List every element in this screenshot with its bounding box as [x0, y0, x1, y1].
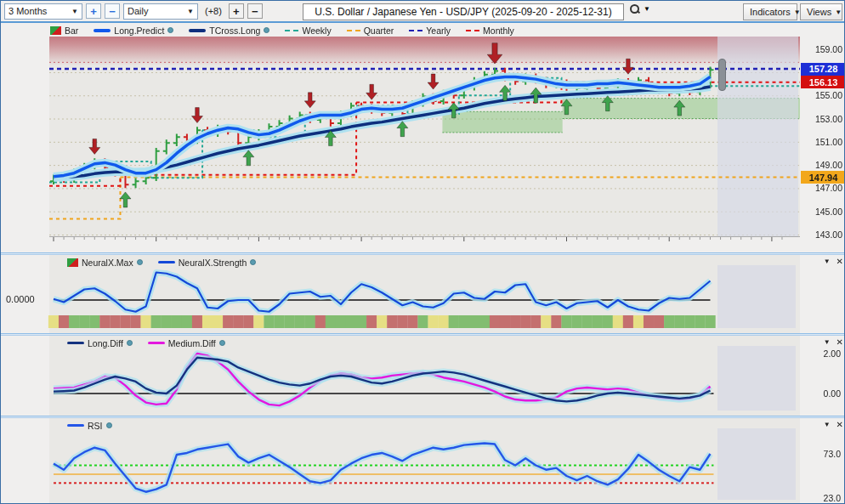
dashed-line-icon: [285, 30, 298, 31]
interval-select[interactable]: Daily ▼: [123, 3, 198, 20]
price-axis-label: 159.00: [803, 44, 842, 54]
symbol-title-text: U.S. Dollar / Japanese Yen - USD/JPY (20…: [315, 6, 611, 18]
line-series-icon: [189, 29, 206, 32]
legend-item-tcross-long[interactable]: TCross.Long: [189, 25, 269, 36]
price-axis-label: 145.00: [803, 207, 842, 217]
chevron-down-icon: ▼: [835, 8, 842, 16]
neuralx-panel: NeuralX.Max NeuralX.Strength 0.0000 ▼ ✕: [1, 255, 845, 333]
panel-controls: ▼ ✕: [824, 258, 843, 266]
collapse-panel-icon[interactable]: ▼: [824, 339, 831, 346]
quarter-price-badge: 147.94: [801, 171, 845, 184]
diff-axis-label: 2.00: [807, 348, 841, 359]
dashed-line-icon: [347, 30, 360, 31]
legend-item-neuralx-strength[interactable]: NeuralX.Strength: [158, 258, 257, 268]
rsi-axis-label: 23.0: [807, 493, 841, 503]
add-bars-button[interactable]: +: [229, 3, 244, 19]
interval-select-value: Daily: [128, 6, 148, 16]
main-price-chart-panel: Bar Long.Predict TCross.Long Weekly Quar…: [1, 23, 845, 252]
main-chart-legend: Bar Long.Predict TCross.Long Weekly Quar…: [50, 24, 514, 37]
legend-item-medium-diff[interactable]: Medium.Diff: [148, 338, 225, 348]
chevron-down-icon: ▼: [187, 8, 194, 15]
info-icon[interactable]: [106, 422, 112, 428]
rsi-legend: RSI: [67, 419, 112, 432]
line-series-icon: [94, 29, 111, 32]
dashed-line-icon: [409, 30, 422, 31]
neuralx-zero-label: 0.0000: [6, 294, 35, 304]
dashed-line-icon: [466, 30, 479, 31]
range-select[interactable]: 3 Months ▼: [4, 3, 82, 20]
price-chart-canvas[interactable]: [1, 23, 845, 252]
rsi-panel: RSI 73.023.0 ▼ ✕: [1, 418, 845, 504]
collapse-panel-icon[interactable]: ▼: [824, 258, 831, 265]
price-axis-label: 151.00: [803, 137, 842, 147]
chevron-down-icon[interactable]: ▼: [644, 5, 650, 13]
bar-series-icon: [50, 26, 61, 35]
diff-panel: Long.Diff Medium.Diff 2.000.00 ▼ ✕: [1, 336, 845, 416]
info-icon[interactable]: [167, 27, 173, 33]
legend-item-quarter[interactable]: Quarter: [347, 25, 394, 36]
views-button[interactable]: Views▼: [800, 3, 842, 20]
info-icon[interactable]: [127, 340, 133, 346]
close-panel-icon[interactable]: ✕: [836, 258, 843, 266]
legend-item-monthly[interactable]: Monthly: [466, 25, 514, 36]
chart-scroll-handle[interactable]: [718, 59, 726, 91]
symbol-search[interactable]: ▼: [630, 4, 650, 14]
zoom-out-button[interactable]: −: [105, 3, 120, 19]
info-icon[interactable]: [137, 259, 143, 265]
diff-legend: Long.Diff Medium.Diff: [67, 337, 225, 349]
indicators-button[interactable]: Indicators▼: [743, 3, 797, 20]
legend-item-long-predict[interactable]: Long.Predict: [94, 25, 173, 36]
line-series-icon: [67, 342, 84, 344]
legend-item-neuralx-max[interactable]: NeuralX.Max: [67, 258, 143, 268]
rsi-canvas[interactable]: [1, 418, 845, 504]
neuralx-legend: NeuralX.Max NeuralX.Strength: [67, 256, 256, 269]
info-icon[interactable]: [219, 340, 225, 346]
info-icon[interactable]: [264, 27, 269, 33]
rsi-axis-label: 73.0: [807, 449, 841, 459]
price-axis-label: 155.00: [803, 90, 842, 100]
legend-item-bar[interactable]: Bar: [50, 25, 78, 36]
symbol-title-input[interactable]: U.S. Dollar / Japanese Yen - USD/JPY (20…: [303, 3, 624, 20]
zoom-in-button[interactable]: +: [86, 3, 101, 19]
chevron-down-icon: ▼: [71, 8, 78, 15]
info-icon[interactable]: [250, 259, 256, 265]
collapse-panel-icon[interactable]: ▼: [824, 422, 831, 428]
price-axis-label: 153.00: [803, 114, 842, 124]
price-axis-label: 143.00: [803, 229, 842, 240]
legend-item-rsi[interactable]: RSI: [67, 421, 112, 431]
yearly-price-badge: 157.28: [801, 63, 845, 76]
price-axis-label: 147.00: [803, 183, 842, 193]
line-series-icon: [148, 342, 165, 344]
toolbar: 3 Months ▼ + − Daily ▼ (+8) + − U.S. Dol…: [1, 1, 845, 23]
bars-offset-label: (+8): [205, 6, 222, 16]
price-axis-label: 149.00: [803, 160, 842, 170]
legend-item-long-diff[interactable]: Long.Diff: [67, 338, 133, 348]
close-panel-icon[interactable]: ✕: [836, 338, 843, 347]
panel-controls: ▼ ✕: [824, 421, 843, 429]
monthly-price-badge: 156.13: [801, 76, 845, 88]
search-icon[interactable]: [630, 4, 639, 14]
panel-controls: ▼ ✕: [824, 338, 843, 347]
close-panel-icon[interactable]: ✕: [836, 421, 843, 429]
remove-bars-button[interactable]: −: [247, 3, 263, 19]
diff-axis-label: 0.00: [807, 388, 841, 399]
legend-item-weekly[interactable]: Weekly: [285, 25, 331, 36]
range-select-value: 3 Months: [9, 6, 47, 16]
legend-item-yearly[interactable]: Yearly: [409, 25, 451, 36]
neuralx-max-icon: [67, 258, 78, 267]
line-series-icon: [158, 261, 175, 263]
trading-app-window: 3 Months ▼ + − Daily ▼ (+8) + − U.S. Dol…: [0, 0, 845, 504]
line-series-icon: [67, 424, 84, 427]
